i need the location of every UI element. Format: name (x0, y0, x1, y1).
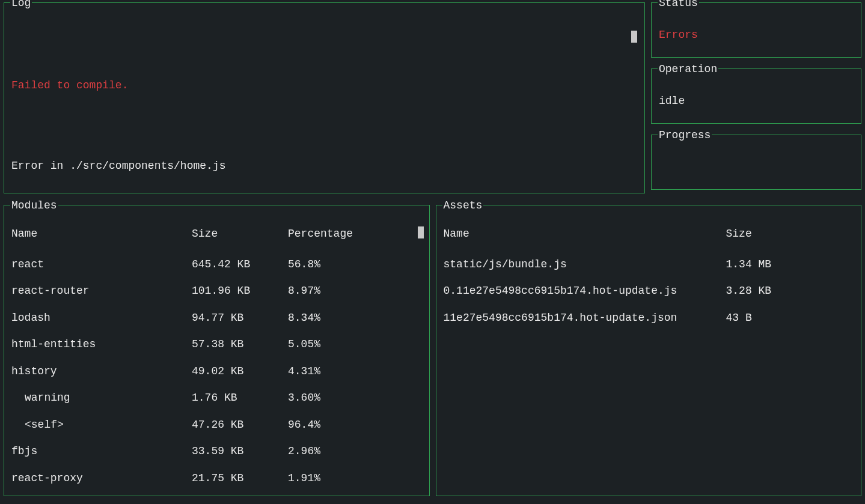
asset-size: 1.34 MB (726, 258, 854, 272)
modules-header: Name Size Percentage (11, 227, 422, 241)
assets-panel: Assets Name Size static/js/bundle.js1.34… (436, 205, 862, 496)
assets-header: Name Size (444, 227, 854, 241)
assets-col-size: Size (726, 227, 854, 241)
table-row[interactable]: react645.42 KB56.8% (11, 258, 422, 272)
table-row[interactable]: 11e27e5498cc6915b174.hot-update.json43 B (444, 311, 854, 325)
assets-title: Assets (442, 199, 484, 213)
module-name: react-router (11, 284, 192, 298)
modules-col-size: Size (192, 227, 288, 241)
table-row[interactable]: react-router101.96 KB8.97% (11, 284, 422, 298)
modules-panel: Modules Name Size Percentage react645.42… (4, 205, 430, 496)
status-panel: Status Errors (651, 2, 861, 58)
module-size: 57.38 KB (192, 338, 288, 351)
module-size: 1.76 KB (192, 391, 288, 405)
table-row[interactable]: lodash94.77 KB8.34% (11, 311, 422, 325)
log-body[interactable]: Failed to compile. Error in ./src/compon… (11, 11, 637, 187)
module-name: fbjs (11, 445, 192, 458)
module-pct: 96.4% (288, 418, 422, 432)
asset-name: static/js/bundle.js (444, 258, 726, 272)
progress-panel: Progress (651, 135, 861, 190)
operation-panel: Operation idle (651, 68, 861, 124)
module-pct: 56.8% (288, 258, 422, 272)
log-fail-line: Failed to compile. (11, 79, 637, 92)
module-size: 49.02 KB (192, 365, 288, 378)
operation-title: Operation (658, 62, 718, 76)
module-pct: 5.05% (288, 338, 422, 351)
module-name: history (11, 365, 192, 378)
table-row[interactable]: fbjs33.59 KB2.96% (11, 445, 422, 458)
table-row[interactable]: <self>47.26 KB96.4% (11, 418, 422, 432)
module-name: <self> (11, 418, 192, 432)
module-name: warning (11, 391, 192, 405)
module-size: 645.42 KB (192, 258, 288, 272)
module-size: 47.26 KB (192, 418, 288, 432)
asset-size: 3.28 KB (726, 284, 854, 298)
module-size: 21.75 KB (192, 472, 288, 485)
status-title: Status (658, 0, 699, 10)
table-row[interactable]: html-entities57.38 KB5.05% (11, 338, 422, 351)
asset-size: 43 B (726, 311, 854, 325)
modules-title: Modules (10, 199, 58, 213)
operation-value: idle (659, 95, 685, 107)
log-scrollbar-thumb[interactable] (631, 31, 637, 43)
log-title: Log (10, 0, 32, 10)
module-pct: 8.97% (288, 284, 422, 298)
module-name: react-proxy (11, 472, 192, 485)
table-row[interactable]: react-proxy21.75 KB1.91% (11, 472, 422, 485)
module-pct: 1.91% (288, 472, 422, 485)
table-row[interactable]: 0.11e27e5498cc6915b174.hot-update.js3.28… (444, 284, 854, 298)
module-pct: 4.31% (288, 365, 422, 378)
modules-col-name: Name (11, 227, 192, 241)
status-value: Errors (659, 29, 698, 41)
log-panel: Log Failed to compile. Error in ./src/co… (4, 2, 645, 193)
module-pct: 8.34% (288, 311, 422, 325)
module-name: html-entities (11, 338, 192, 351)
asset-name: 0.11e27e5498cc6915b174.hot-update.js (444, 284, 726, 298)
table-row[interactable]: static/js/bundle.js1.34 MB (444, 258, 854, 272)
module-pct: 2.96% (288, 445, 422, 458)
module-name: react (11, 258, 192, 272)
module-size: 101.96 KB (192, 284, 288, 298)
assets-col-name: Name (444, 227, 726, 241)
asset-name: 11e27e5498cc6915b174.hot-update.json (444, 311, 726, 325)
modules-col-pct: Percentage (288, 227, 422, 241)
log-error-line: Error in ./src/components/home.js (11, 159, 637, 172)
progress-title: Progress (658, 129, 712, 142)
module-name: lodash (11, 311, 192, 325)
module-size: 94.77 KB (192, 311, 288, 325)
module-size: 33.59 KB (192, 445, 288, 458)
table-row[interactable]: history49.02 KB4.31% (11, 365, 422, 378)
table-row[interactable]: warning1.76 KB3.60% (11, 391, 422, 405)
module-pct: 3.60% (288, 391, 422, 405)
